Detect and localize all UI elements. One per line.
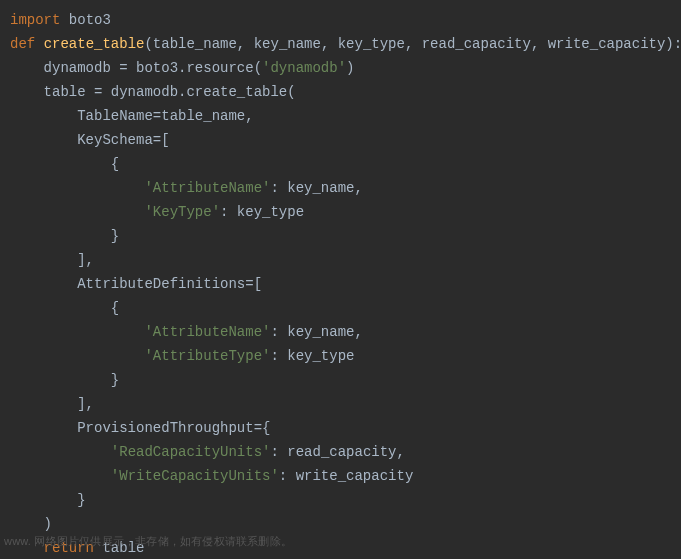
- code-line: 'WriteCapacityUnits': write_capacity: [10, 468, 413, 484]
- code-token: def: [10, 36, 35, 52]
- code-line: 'KeyType': key_type: [10, 204, 304, 220]
- code-token: [10, 348, 144, 364]
- code-token: [10, 540, 44, 556]
- code-line: {: [10, 300, 119, 316]
- code-token: : key_name,: [270, 180, 362, 196]
- code-line: {: [10, 156, 119, 172]
- code-line: return table: [10, 540, 144, 556]
- code-token: [35, 36, 43, 52]
- code-token: : read_capacity,: [270, 444, 404, 460]
- code-token: import: [10, 12, 60, 28]
- code-line: }: [10, 228, 119, 244]
- code-token: : key_name,: [270, 324, 362, 340]
- code-line: dynamodb = boto3.resource('dynamodb'): [10, 60, 354, 76]
- code-token: table = dynamodb.create_table(: [10, 84, 296, 100]
- code-token: [10, 324, 144, 340]
- code-line: }: [10, 492, 86, 508]
- code-token: [10, 204, 144, 220]
- code-block: import boto3 def create_table(table_name…: [0, 0, 681, 559]
- code-line: ): [10, 516, 52, 532]
- code-line: 'AttributeName': key_name,: [10, 324, 363, 340]
- code-token: boto3: [60, 12, 110, 28]
- code-token: : write_capacity: [279, 468, 413, 484]
- code-line: ],: [10, 252, 94, 268]
- code-token: (table_name, key_name, key_type, read_ca…: [144, 36, 681, 52]
- code-line: import boto3: [10, 12, 111, 28]
- code-token: [10, 444, 111, 460]
- code-line: }: [10, 372, 119, 388]
- code-token: 'KeyType': [144, 204, 220, 220]
- code-token: ProvisionedThroughput={: [10, 420, 270, 436]
- code-token: table: [94, 540, 144, 556]
- code-token: [10, 468, 111, 484]
- code-token: return: [44, 540, 94, 556]
- code-line: 'AttributeType': key_type: [10, 348, 354, 364]
- code-token: : key_type: [270, 348, 354, 364]
- code-token: {: [10, 300, 119, 316]
- code-line: AttributeDefinitions=[: [10, 276, 262, 292]
- code-token: 'AttributeName': [144, 324, 270, 340]
- code-line: def create_table(table_name, key_name, k…: [10, 36, 681, 52]
- code-token: 'WriteCapacityUnits': [111, 468, 279, 484]
- code-token: KeySchema=[: [10, 132, 170, 148]
- code-token: ],: [10, 252, 94, 268]
- code-token: 'AttributeType': [144, 348, 270, 364]
- code-token: 'ReadCapacityUnits': [111, 444, 271, 460]
- code-token: ],: [10, 396, 94, 412]
- code-line: KeySchema=[: [10, 132, 170, 148]
- code-token: ): [346, 60, 354, 76]
- code-token: }: [10, 228, 119, 244]
- code-token: dynamodb = boto3.resource(: [10, 60, 262, 76]
- code-line: ],: [10, 396, 94, 412]
- code-token: ): [10, 516, 52, 532]
- code-line: 'AttributeName': key_name,: [10, 180, 363, 196]
- code-token: AttributeDefinitions=[: [10, 276, 262, 292]
- code-token: {: [10, 156, 119, 172]
- code-token: create_table: [44, 36, 145, 52]
- code-token: 'dynamodb': [262, 60, 346, 76]
- code-token: TableName=table_name,: [10, 108, 254, 124]
- code-line: TableName=table_name,: [10, 108, 254, 124]
- code-line: table = dynamodb.create_table(: [10, 84, 296, 100]
- code-token: [10, 180, 144, 196]
- code-token: }: [10, 372, 119, 388]
- code-line: ProvisionedThroughput={: [10, 420, 270, 436]
- code-token: 'AttributeName': [144, 180, 270, 196]
- code-token: : key_type: [220, 204, 304, 220]
- code-line: 'ReadCapacityUnits': read_capacity,: [10, 444, 405, 460]
- code-token: }: [10, 492, 86, 508]
